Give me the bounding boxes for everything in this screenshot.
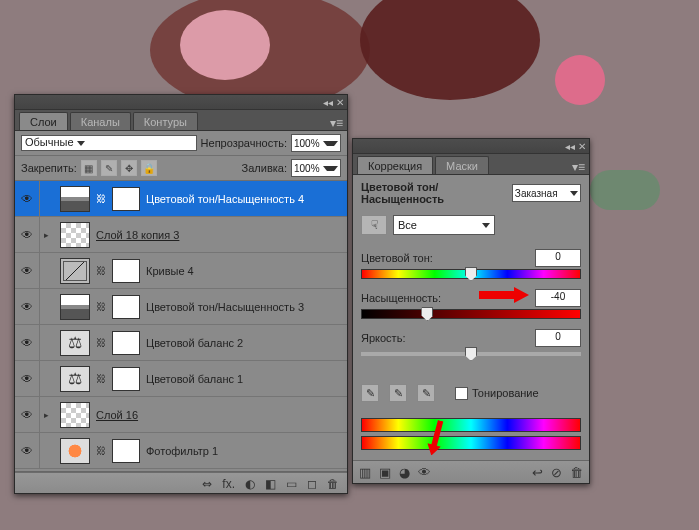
- link-mask-icon[interactable]: ⛓: [96, 193, 106, 204]
- lock-pixels-icon[interactable]: ▦: [81, 160, 97, 176]
- close-icon[interactable]: ✕: [336, 97, 344, 108]
- panel-menu-icon[interactable]: ▾≡: [326, 116, 347, 130]
- expand-chevron-icon[interactable]: ▸: [44, 410, 54, 420]
- new-group-icon[interactable]: ▭: [286, 477, 297, 491]
- tab-correction[interactable]: Коррекция: [357, 156, 433, 174]
- lock-all-icon[interactable]: 🔒: [141, 160, 157, 176]
- layer-name-label[interactable]: Слой 16: [96, 409, 138, 421]
- checkbox-box: [455, 387, 468, 400]
- brightness-track[interactable]: [361, 352, 581, 356]
- hue-knob[interactable]: [465, 267, 477, 281]
- saturation-knob[interactable]: [421, 307, 433, 321]
- link-layers-icon[interactable]: ⇔: [202, 477, 212, 491]
- eyedropper-minus-icon[interactable]: ✎: [417, 384, 435, 402]
- layer-thumbnail[interactable]: [60, 438, 90, 464]
- layer-content: ⛓Цветовой баланс 1: [40, 361, 347, 396]
- link-mask-icon[interactable]: ⛓: [96, 445, 106, 456]
- layer-mask-thumbnail[interactable]: [112, 367, 140, 391]
- lock-move-icon[interactable]: ✥: [121, 160, 137, 176]
- visibility-eye-icon[interactable]: 👁: [15, 433, 40, 468]
- layer-thumbnail[interactable]: [60, 258, 90, 284]
- hue-range-bottom[interactable]: [361, 436, 581, 450]
- layer-thumbnail[interactable]: [60, 294, 90, 320]
- preset-select[interactable]: Заказная: [512, 184, 581, 202]
- layer-row[interactable]: 👁⛓Цветовой баланс 1: [15, 361, 347, 397]
- layer-thumbnail[interactable]: [60, 330, 90, 356]
- colorize-checkbox[interactable]: Тонирование: [455, 387, 539, 400]
- delete-layer-icon[interactable]: 🗑: [327, 477, 339, 491]
- eyedropper-plus-icon[interactable]: ✎: [389, 384, 407, 402]
- lock-brush-icon[interactable]: ✎: [101, 160, 117, 176]
- layer-name-label[interactable]: Слой 18 копия 3: [96, 229, 179, 241]
- layer-thumbnail[interactable]: [60, 186, 90, 212]
- layer-thumbnail[interactable]: [60, 366, 90, 392]
- return-to-list-icon[interactable]: ▥: [359, 465, 371, 480]
- layer-name-label[interactable]: Фотофильтр 1: [146, 445, 218, 457]
- layer-name-label[interactable]: Цветовой баланс 2: [146, 337, 243, 349]
- opacity-input[interactable]: 100%: [291, 134, 341, 152]
- toggle-visibility-icon[interactable]: 👁: [418, 465, 431, 480]
- layer-row[interactable]: 👁⛓Цветовой тон/Насыщенность 4: [15, 181, 347, 217]
- layer-mask-thumbnail[interactable]: [112, 187, 140, 211]
- layer-mask-thumbnail[interactable]: [112, 331, 140, 355]
- blend-mode-select[interactable]: Обычные: [21, 135, 197, 151]
- layer-mask-thumbnail[interactable]: [112, 259, 140, 283]
- collapse-icon[interactable]: ◂◂: [323, 97, 333, 108]
- new-layer-icon[interactable]: ◻: [307, 477, 317, 491]
- visibility-eye-icon[interactable]: 👁: [15, 325, 40, 360]
- eyedropper-icon[interactable]: ✎: [361, 384, 379, 402]
- tab-paths[interactable]: Контуры: [133, 112, 198, 130]
- brightness-value[interactable]: 0: [535, 329, 581, 347]
- layer-thumbnail[interactable]: [60, 222, 90, 248]
- brightness-knob[interactable]: [465, 347, 477, 361]
- visibility-eye-icon[interactable]: 👁: [15, 217, 40, 252]
- layer-row[interactable]: 👁⛓Цветовой баланс 2: [15, 325, 347, 361]
- color-range-select[interactable]: Все: [393, 215, 495, 235]
- panel-menu-icon[interactable]: ▾≡: [568, 160, 589, 174]
- layer-name-label[interactable]: Цветовой тон/Насыщенность 4: [146, 193, 304, 205]
- clip-to-layer-icon[interactable]: ◕: [399, 465, 410, 480]
- close-icon[interactable]: ✕: [578, 141, 586, 152]
- layer-row[interactable]: 👁▸Слой 18 копия 3: [15, 217, 347, 253]
- link-mask-icon[interactable]: ⛓: [96, 265, 106, 276]
- blend-opacity-bar: Обычные Непрозрачность: 100%: [15, 131, 347, 156]
- visibility-eye-icon[interactable]: 👁: [15, 361, 40, 396]
- fx-icon[interactable]: fx.: [222, 477, 235, 491]
- layer-mask-thumbnail[interactable]: [112, 439, 140, 463]
- link-mask-icon[interactable]: ⛓: [96, 337, 106, 348]
- link-mask-icon[interactable]: ⛓: [96, 301, 106, 312]
- layer-thumbnail[interactable]: [60, 402, 90, 428]
- hue-range-top[interactable]: [361, 418, 581, 432]
- layer-name-label[interactable]: Цветовой тон/Насыщенность 3: [146, 301, 304, 313]
- layer-row[interactable]: 👁▸Слой 16: [15, 397, 347, 433]
- expand-chevron-icon[interactable]: ▸: [44, 230, 54, 240]
- hue-value[interactable]: 0: [535, 249, 581, 267]
- fill-input[interactable]: 100%: [291, 159, 341, 177]
- collapse-icon[interactable]: ◂◂: [565, 141, 575, 152]
- layer-row[interactable]: 👁⛓Фотофильтр 1: [15, 433, 347, 469]
- visibility-eye-icon[interactable]: 👁: [15, 397, 40, 432]
- expand-view-icon[interactable]: ▣: [379, 465, 391, 480]
- tab-channels[interactable]: Каналы: [70, 112, 131, 130]
- layer-row[interactable]: 👁⛓Цветовой тон/Насыщенность 3: [15, 289, 347, 325]
- visibility-eye-icon[interactable]: 👁: [15, 253, 40, 288]
- layer-row[interactable]: 👁⛓Кривые 4: [15, 253, 347, 289]
- add-mask-icon[interactable]: ◐: [245, 477, 255, 491]
- layer-list[interactable]: 👁⛓Цветовой тон/Насыщенность 4👁▸Слой 18 к…: [15, 181, 347, 472]
- layer-name-label[interactable]: Цветовой баланс 1: [146, 373, 243, 385]
- tab-masks[interactable]: Маски: [435, 156, 489, 174]
- add-adjustment-icon[interactable]: ◧: [265, 477, 276, 491]
- delete-adjustment-icon[interactable]: 🗑: [570, 465, 583, 480]
- tab-layers[interactable]: Слои: [19, 112, 68, 130]
- saturation-value[interactable]: -40: [535, 289, 581, 307]
- hue-track[interactable]: [361, 269, 581, 279]
- target-adjust-icon[interactable]: ☟: [361, 215, 387, 235]
- layer-name-label[interactable]: Кривые 4: [146, 265, 194, 277]
- layer-mask-thumbnail[interactable]: [112, 295, 140, 319]
- previous-state-icon[interactable]: ↩: [532, 465, 543, 480]
- visibility-eye-icon[interactable]: 👁: [15, 181, 40, 216]
- saturation-track[interactable]: [361, 309, 581, 319]
- visibility-eye-icon[interactable]: 👁: [15, 289, 40, 324]
- link-mask-icon[interactable]: ⛓: [96, 373, 106, 384]
- reset-icon[interactable]: ⊘: [551, 465, 562, 480]
